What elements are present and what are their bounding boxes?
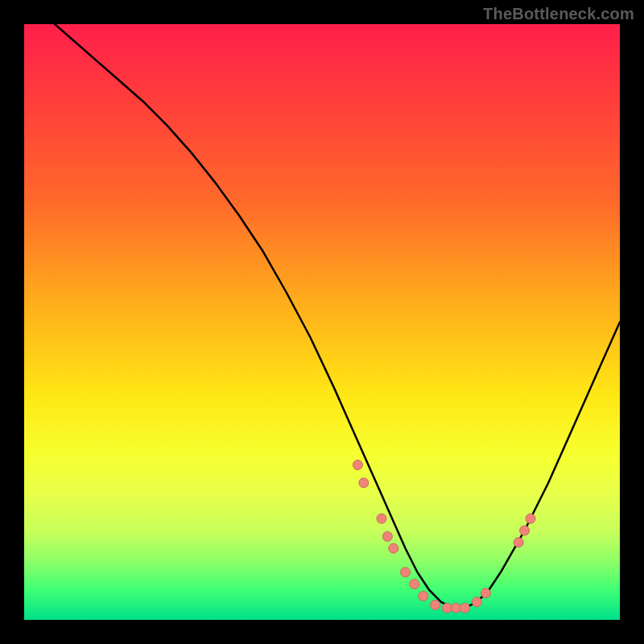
curve-dot bbox=[514, 538, 523, 547]
curve-dot bbox=[359, 478, 369, 488]
curve-markers bbox=[353, 460, 535, 613]
curve-dot bbox=[452, 603, 461, 613]
curve-dot bbox=[389, 543, 398, 553]
chart-frame: TheBottleneck.com bbox=[0, 0, 644, 644]
watermark-text: TheBottleneck.com bbox=[483, 5, 634, 23]
curve-dot bbox=[526, 514, 535, 523]
curve-dot bbox=[472, 597, 481, 607]
curve-dot bbox=[442, 603, 452, 613]
curve-dot bbox=[382, 531, 392, 541]
curve-dot bbox=[520, 526, 530, 535]
curve-dot bbox=[460, 603, 470, 613]
curve-dot bbox=[410, 580, 419, 589]
curve-dot bbox=[431, 601, 440, 610]
curve-dot bbox=[481, 588, 491, 598]
plot-area bbox=[24, 24, 620, 620]
curve-dot bbox=[353, 460, 362, 470]
chart-svg bbox=[24, 24, 620, 620]
curve-dot bbox=[401, 568, 411, 577]
curve-dot bbox=[377, 514, 386, 523]
curve-dot bbox=[419, 591, 428, 601]
